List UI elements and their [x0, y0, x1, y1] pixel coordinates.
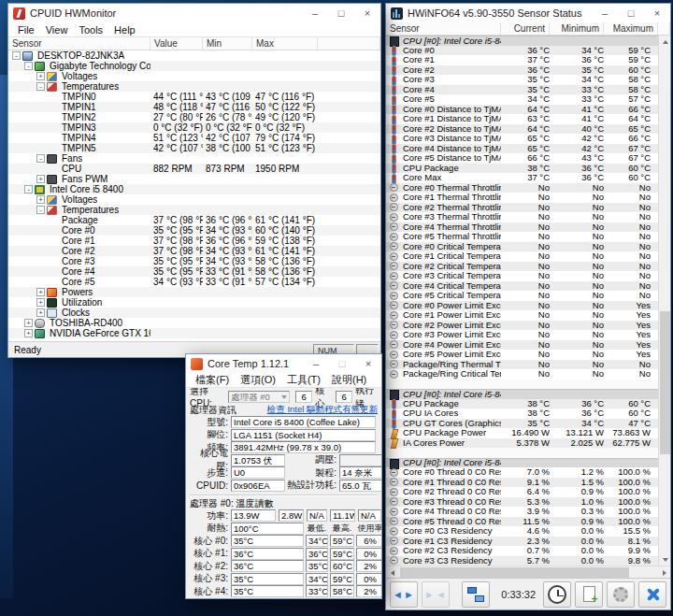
tree-expand-toggle[interactable]: +	[36, 308, 45, 317]
sensor-group-header[interactable]: CPU [#0]: Intel Core i5-8400: Enh...	[386, 389, 658, 399]
sensor-row[interactable]: Core #0 Thermal ThrottlingNoNoNo	[386, 183, 658, 193]
column-max[interactable]: Max	[252, 37, 318, 50]
sensor-row[interactable]: -Temperatures	[8, 81, 380, 92]
tree-expand-toggle[interactable]: -	[24, 62, 33, 70]
menu-item[interactable]: Tools	[73, 24, 108, 36]
close-button[interactable]: ×	[355, 354, 381, 373]
sensor-row[interactable]: Core #5 Thread 0 C0 Residency11.5 %0.9 %…	[386, 517, 658, 527]
sensor-row[interactable]: -Gigabyte Technology Co. L...	[8, 61, 380, 71]
tree-expand-toggle[interactable]: -	[36, 154, 45, 163]
sensor-row[interactable]: Core #0 Critical TemperatureNoNoNo	[386, 242, 658, 252]
sensor-row[interactable]: Core #236 °C35 °C60 °C	[386, 65, 658, 76]
sensor-row[interactable]: +Fans PWM	[8, 174, 380, 184]
sensor-row[interactable]: -Intel Core i5 8400	[8, 184, 380, 194]
sensor-row[interactable]: Core #137 °C36 °C59 °C	[386, 55, 658, 65]
sensor-row[interactable]: Package37 °C (98 °F)36 °C (96 °F)61 °C (…	[8, 215, 380, 225]
column-min[interactable]: Min	[203, 37, 252, 50]
sensor-row[interactable]: Core #335 °C (95 °F)34 °C (93 °F)58 °C (…	[8, 256, 380, 266]
add-report-button[interactable]	[575, 581, 603, 608]
tree-expand-toggle[interactable]: -	[36, 82, 45, 91]
sensor-row[interactable]: CPU Package38 °C36 °C60 °C	[386, 399, 658, 409]
tree-expand-toggle[interactable]: -	[24, 185, 33, 193]
sensor-row[interactable]: TMPIN30 °C (32 °F)0 °C (32 °F)0 °C (32 °…	[8, 122, 380, 133]
sensor-row[interactable]: Core #2 Distance to TjMAX64 °C40 °C65 °C	[386, 124, 658, 135]
menu-item[interactable]: 選項(O)	[235, 373, 281, 387]
intel-driver-update-link[interactable]: 檢查 Intel 驅動程式有無更新	[267, 404, 378, 416]
sensor-nav-button[interactable]: ◄►	[390, 581, 418, 608]
close-button[interactable]: ×	[644, 4, 670, 22]
sensor-row[interactable]: IA Cores Power5.378 W2.025 W62.775 W	[386, 438, 658, 449]
sensor-row[interactable]: Core #0 C3 Residency4.6 %0.0 %15.5 %	[386, 526, 658, 537]
menu-item[interactable]: 說明(H)	[326, 373, 372, 387]
sensor-row[interactable]: Core #0 Thread 0 C0 Residency7.0 %1.2 %1…	[386, 467, 658, 478]
sensor-row[interactable]: Core #0 Power Limit ExceededNoNoYes	[386, 301, 658, 311]
maximize-button[interactable]: □	[328, 4, 354, 22]
tree-expand-toggle[interactable]: +	[36, 288, 45, 296]
sensor-row[interactable]: Core #1 Distance to TjMAX63 °C41 °C64 °C	[386, 114, 658, 124]
tree-expand-toggle[interactable]: -	[12, 51, 21, 60]
sensor-row[interactable]: +NVIDIA GeForce GTX 1050 Ti	[8, 328, 380, 338]
scroll-right-icon[interactable]	[658, 566, 670, 579]
scroll-left-icon[interactable]	[386, 566, 398, 579]
close-sensors-button[interactable]	[638, 581, 666, 608]
sensor-row[interactable]: CPU Package38 °C36 °C60 °C	[386, 164, 658, 174]
sensor-row[interactable]: Core #534 °C (93 °F)33 °C (91 °F)57 °C (…	[8, 277, 380, 287]
column-value[interactable]: Value	[150, 37, 203, 50]
sensor-row[interactable]: Core #3 Distance to TjMAX65 °C42 °C66 °C	[386, 134, 658, 144]
sensor-row[interactable]: Core #5 Distance to TjMAX66 °C43 °C67 °C	[386, 153, 658, 164]
vertical-scrollbar[interactable]	[658, 36, 670, 566]
sensor-row[interactable]: Core #2 Thread 0 C0 Residency6.4 %0.9 %1…	[386, 487, 658, 497]
tree-expand-toggle[interactable]: +	[24, 329, 33, 337]
tree-expand-toggle[interactable]: +	[24, 319, 33, 327]
column-sensor[interactable]: Sensor	[8, 37, 150, 50]
sensor-row[interactable]: -Temperatures	[8, 205, 380, 215]
sensor-row[interactable]: Core #0 Distance to TjMAX64 °C41 °C66 °C	[386, 105, 658, 115]
sensor-row[interactable]: +Utilization	[8, 297, 380, 308]
sensor-row[interactable]: +TOSHIBA-RD400	[8, 318, 380, 328]
sensor-row[interactable]: Core #5 Power Limit ExceededNoNoYes	[386, 350, 658, 360]
menu-item[interactable]: File	[12, 24, 40, 36]
settings-button[interactable]	[607, 581, 635, 608]
minimize-button[interactable]: –	[592, 4, 618, 22]
sensor-row[interactable]: Core #2 Critical TemperatureNoNoNo	[386, 262, 658, 272]
column-current[interactable]: Current	[501, 22, 550, 35]
sensor-row[interactable]: Core #1 Power Limit ExceededNoNoYes	[386, 310, 658, 321]
sensor-row[interactable]: Core #4 Critical TemperatureNoNoNo	[386, 281, 658, 292]
sensor-row[interactable]: Core #036 °C34 °C59 °C	[386, 46, 658, 56]
minimize-button[interactable]: –	[302, 4, 328, 22]
scroll-down-icon[interactable]	[659, 553, 670, 566]
sensor-row[interactable]: Core #1 Critical TemperatureNoNoNo	[386, 251, 658, 262]
sensor-row[interactable]: Core Max37 °C36 °C60 °C	[386, 173, 658, 183]
sensor-row[interactable]: -DESKTOP-82JNK3A	[8, 50, 380, 61]
minimize-button[interactable]: –	[303, 354, 329, 373]
sensor-row[interactable]: Core #2 Power Limit ExceededNoNoYes	[386, 321, 658, 331]
clock-button[interactable]	[543, 581, 571, 608]
scroll-up-icon[interactable]	[659, 36, 670, 48]
sensor-row[interactable]: Core #4 Distance to TjMAX65 °C42 °C67 °C	[386, 144, 658, 154]
remote-monitoring-button[interactable]	[462, 581, 490, 608]
column-maximum[interactable]: Maximum	[604, 22, 658, 35]
close-button[interactable]: ×	[354, 4, 380, 22]
sensor-row[interactable]: Core #4 Thread 0 C0 Residency3.9 %0.3 %1…	[386, 507, 658, 517]
maximize-button[interactable]: □	[618, 4, 644, 22]
tree-expand-toggle[interactable]: +	[36, 72, 45, 80]
sensor-row[interactable]: Core #1 Thermal ThrottlingNoNoNo	[386, 193, 658, 203]
coretemp-titlebar[interactable]: Core Temp 1.12.1 – □ ×	[186, 354, 381, 373]
sensor-row[interactable]: CPU IA Cores38 °C36 °C60 °C	[386, 408, 658, 419]
sensor-row[interactable]: +Voltages	[8, 194, 380, 205]
sensor-row[interactable]: TMPIN044 °C (111 °F)43 °C (109 °F)47 °C …	[8, 92, 380, 102]
sensor-row[interactable]: TMPIN148 °C (118 °F)47 °C (116 °F)50 °C …	[8, 102, 380, 112]
sensor-row[interactable]: Core #1 C3 Residency2.3 %0.0 %8.1 %	[386, 537, 658, 547]
hwmonitor-sensor-tree[interactable]: -DESKTOP-82JNK3A-Gigabyte Technology Co.…	[8, 50, 380, 341]
hwinfo-titlebar[interactable]: HWiNFO64 v5.90-3550 Sensor Status – □ ×	[386, 4, 670, 22]
column-minimum[interactable]: Minimum	[550, 22, 604, 35]
sensor-row[interactable]: +Voltages	[8, 71, 380, 81]
sensor-row[interactable]: Core #435 °C (95 °F)33 °C (91 °F)58 °C (…	[8, 266, 380, 277]
sensor-row[interactable]: Core #4 Thermal ThrottlingNoNoNo	[386, 222, 658, 233]
sensor-row[interactable]: +Clocks	[8, 308, 380, 318]
sensor-row[interactable]: Core #035 °C (95 °F)34 °C (93 °F)60 °C (…	[8, 225, 380, 236]
sensor-row[interactable]: TMPIN451 °C (123 °F)42 °C (107 °F)79 °C …	[8, 133, 380, 143]
sensor-row[interactable]: Core #137 °C (98 °F)36 °C (96 °F)59 °C (…	[8, 236, 380, 246]
menu-item[interactable]: 工具(T)	[281, 373, 326, 387]
sensor-row[interactable]: CPU Package Power16.490 W13.121 W73.863 …	[386, 428, 658, 438]
